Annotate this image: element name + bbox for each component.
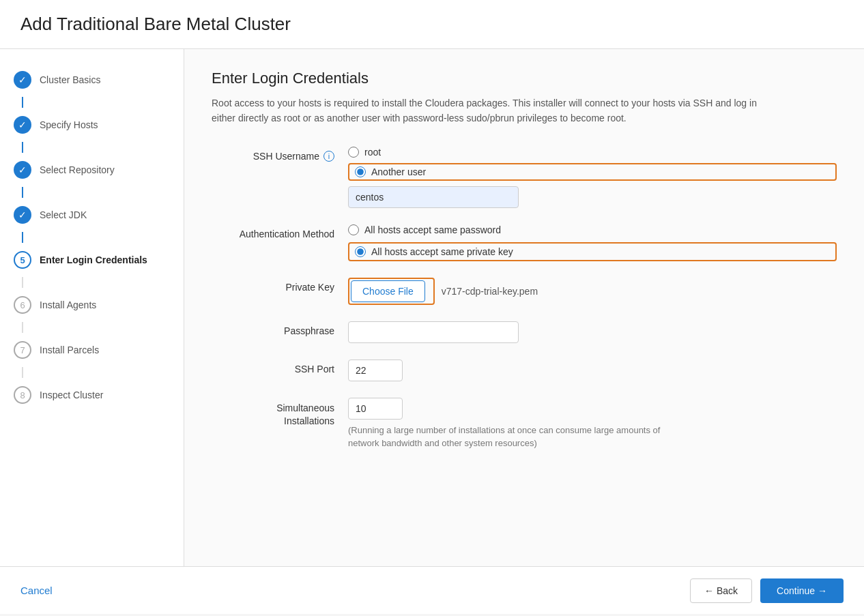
connector-1 — [22, 97, 23, 108]
simultaneous-installations-label: SimultaneousInstallations — [212, 398, 348, 428]
sidebar-label-select-jdk: Select JDK — [40, 209, 87, 220]
ssh-username-radio-group: root Another user — [348, 147, 837, 181]
step-circle-6: 6 — [14, 296, 31, 314]
ssh-username-controls: root Another user — [348, 147, 837, 208]
sidebar-item-enter-login-credentials[interactable]: 5 Enter Login Credentials — [0, 243, 184, 277]
section-description: Root access to your hosts is required to… — [212, 96, 758, 126]
sidebar-item-install-parcels[interactable]: 7 Install Parcels — [0, 333, 184, 367]
step-circle-2: ✓ — [14, 116, 31, 134]
step-circle-4: ✓ — [14, 206, 31, 224]
sidebar-item-cluster-basics[interactable]: ✓ Cluster Basics — [0, 63, 184, 97]
sidebar-item-select-repository[interactable]: ✓ Select Repository — [0, 153, 184, 187]
sidebar-label-cluster-basics: Cluster Basics — [40, 74, 100, 85]
connector-3 — [22, 187, 23, 198]
section-title: Enter Login Credentials — [212, 70, 837, 87]
passphrase-row: Passphrase — [212, 321, 837, 343]
cancel-button[interactable]: Cancel — [20, 585, 53, 596]
radio-same-key[interactable]: All hosts accept same private key — [348, 242, 837, 261]
radio-another-user-input[interactable] — [355, 166, 366, 177]
passphrase-controls — [348, 321, 837, 343]
main-content: Enter Login Credentials Root access to y… — [184, 49, 864, 566]
sidebar-label-select-repository: Select Repository — [40, 164, 115, 175]
radio-root-label: root — [364, 147, 381, 158]
back-button[interactable]: ← Back — [690, 578, 752, 603]
ssh-port-row: SSH Port — [212, 360, 837, 381]
connector-6 — [22, 322, 23, 333]
ssh-port-input[interactable] — [348, 360, 403, 381]
ssh-username-row: SSH Username i root Another user — [212, 147, 837, 208]
continue-button[interactable]: Continue → — [760, 578, 844, 603]
username-input-wrapper — [348, 186, 837, 208]
simultaneous-installations-hint: (Running a large number of installations… — [348, 424, 689, 450]
sidebar: ✓ Cluster Basics ✓ Specify Hosts ✓ Selec… — [0, 49, 184, 566]
sidebar-label-inspect-cluster: Inspect Cluster — [40, 390, 103, 400]
auth-method-controls: All hosts accept same password All hosts… — [348, 224, 837, 261]
sidebar-item-select-jdk[interactable]: ✓ Select JDK — [0, 198, 184, 232]
page-header: Add Traditional Bare Metal Cluster — [0, 0, 864, 49]
step-circle-7: 7 — [14, 341, 31, 359]
file-name-text: v717-cdp-trial-key.pem — [442, 286, 538, 297]
step-circle-3: ✓ — [14, 161, 31, 179]
ssh-port-label: SSH Port — [212, 360, 348, 375]
sidebar-label-enter-login-credentials: Enter Login Credentials — [40, 254, 147, 265]
radio-another-user[interactable]: Another user — [348, 163, 837, 181]
sidebar-label-install-agents: Install Agents — [40, 299, 96, 310]
connector-2 — [22, 142, 23, 153]
radio-same-key-label: All hosts accept same private key — [371, 246, 513, 257]
sidebar-item-inspect-cluster[interactable]: 8 Inspect Cluster — [0, 378, 184, 412]
radio-same-password-input[interactable] — [348, 224, 359, 235]
ssh-username-info-icon[interactable]: i — [323, 151, 334, 162]
passphrase-label: Passphrase — [212, 321, 348, 336]
radio-root[interactable]: root — [348, 147, 837, 158]
connector-5 — [22, 277, 23, 288]
ssh-username-label: SSH Username i — [212, 147, 348, 162]
private-key-label: Private Key — [212, 278, 348, 293]
choose-file-wrapper: Choose File — [348, 278, 435, 305]
simultaneous-installations-row: SimultaneousInstallations (Running a lar… — [212, 398, 837, 450]
auth-method-radio-group: All hosts accept same password All hosts… — [348, 224, 837, 261]
choose-file-button[interactable]: Choose File — [351, 280, 425, 302]
auth-method-label: Authentication Method — [212, 224, 348, 239]
connector-4 — [22, 232, 23, 243]
sidebar-item-specify-hosts[interactable]: ✓ Specify Hosts — [0, 108, 184, 142]
radio-root-input[interactable] — [348, 147, 359, 158]
connector-7 — [22, 367, 23, 378]
simultaneous-installations-controls: (Running a large number of installations… — [348, 398, 837, 450]
sidebar-label-install-parcels: Install Parcels — [40, 344, 99, 355]
radio-same-key-input[interactable] — [355, 246, 366, 257]
simultaneous-installations-input[interactable] — [348, 398, 403, 420]
radio-same-password-label: All hosts accept same password — [364, 224, 501, 235]
page-footer: Cancel ← Back Continue → — [0, 566, 864, 614]
step-circle-1: ✓ — [14, 71, 31, 89]
radio-another-user-label: Another user — [371, 166, 426, 177]
ssh-port-controls — [348, 360, 837, 381]
radio-same-password[interactable]: All hosts accept same password — [348, 224, 837, 235]
private-key-controls: Choose File v717-cdp-trial-key.pem — [348, 278, 837, 305]
auth-method-row: Authentication Method All hosts accept s… — [212, 224, 837, 261]
step-circle-5: 5 — [14, 251, 31, 269]
sidebar-label-specify-hosts: Specify Hosts — [40, 119, 98, 130]
page-title: Add Traditional Bare Metal Cluster — [20, 14, 844, 35]
sidebar-item-install-agents[interactable]: 6 Install Agents — [0, 288, 184, 322]
private-key-row: Private Key Choose File v717-cdp-trial-k… — [212, 278, 837, 305]
username-input[interactable] — [348, 186, 519, 208]
step-circle-8: 8 — [14, 386, 31, 404]
passphrase-input[interactable] — [348, 321, 519, 343]
footer-right: ← Back Continue → — [690, 578, 844, 603]
